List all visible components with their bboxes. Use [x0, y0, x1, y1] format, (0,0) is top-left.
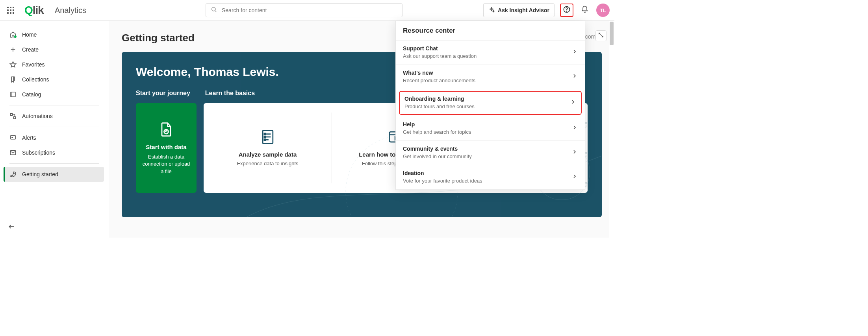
svg-point-3 [566, 11, 567, 11]
card-title: Analyze sample data [239, 151, 297, 158]
scrollbar-thumb[interactable] [610, 22, 614, 45]
resource-item-title: Support Chat [403, 45, 571, 52]
user-avatar[interactable]: TL [596, 4, 610, 17]
resource-center-popover: Resource center Support Chat Ask our sup… [395, 21, 585, 190]
bell-icon [581, 6, 589, 15]
svg-rect-29 [264, 139, 265, 141]
catalog-icon [9, 91, 17, 98]
search-input[interactable] [221, 7, 397, 14]
resource-item-desc: Ask our support team a question [403, 53, 571, 59]
chevron-right-icon [571, 173, 578, 181]
resource-item-desc: Product tours and free courses [404, 103, 570, 109]
plus-icon [9, 46, 17, 53]
sidebar-divider [9, 127, 99, 127]
sidebar-item-home[interactable]: Home [5, 27, 104, 42]
resource-center-title: Resource center [396, 21, 585, 41]
rocket-icon [9, 171, 17, 178]
chevron-right-icon [570, 99, 576, 107]
resource-item-ideation[interactable]: Ideation Vote for your favorite product … [396, 165, 585, 190]
help-button[interactable] [560, 4, 573, 17]
sidebar-item-label: Favorites [22, 61, 45, 68]
resource-item-title: Onboarding & learning [404, 96, 570, 102]
chevron-right-icon [571, 149, 578, 157]
svg-line-17 [599, 33, 601, 35]
notifications-button[interactable] [579, 4, 591, 16]
chevron-right-icon [571, 48, 578, 56]
expand-button[interactable] [595, 30, 606, 41]
sidebar-item-collections[interactable]: Collections [5, 72, 104, 87]
mail-icon [9, 149, 17, 156]
collapse-sidebar-button[interactable] [8, 223, 16, 232]
sidebar-item-label: Subscriptions [22, 150, 55, 156]
resource-item-desc: Vote for your favorite product ideas [403, 178, 571, 184]
sidebar-item-label: Collections [22, 76, 49, 83]
app-header: Qlik Analytics Ask Insight Advisor TL [0, 0, 614, 21]
card-desc: Experience data to insights [237, 160, 298, 167]
resource-item-community[interactable]: Community & events Get involved in our c… [396, 141, 585, 165]
scrollbar-track[interactable] [609, 21, 614, 238]
sidebar-item-favorites[interactable]: Favorites [5, 57, 104, 72]
sidebar: Home Create Favorites Collections Catalo… [0, 21, 109, 238]
sidebar-item-label: Home [22, 31, 37, 38]
sparkle-icon [488, 7, 495, 14]
resource-item-title: Community & events [403, 146, 571, 152]
svg-marker-6 [10, 62, 16, 67]
svg-rect-27 [264, 133, 265, 135]
resource-item-title: Ideation [403, 170, 571, 176]
product-name: Analytics [55, 6, 86, 15]
ask-insight-advisor-button[interactable]: Ask Insight Advisor [483, 3, 555, 17]
resource-item-desc: Recent product announcements [403, 78, 571, 83]
sidebar-item-label: Create [22, 46, 39, 53]
resource-item-title: Help [403, 121, 571, 127]
svg-rect-28 [264, 137, 265, 138]
resource-item-desc: Get help and search for topics [403, 129, 571, 135]
chevron-right-icon [571, 124, 578, 132]
sidebar-item-getting-started[interactable]: Getting started [4, 167, 104, 182]
sidebar-divider [9, 163, 99, 164]
sidebar-item-alerts[interactable]: Alerts [5, 130, 104, 145]
chevron-right-icon [571, 73, 578, 81]
svg-point-0 [212, 7, 215, 11]
home-icon [9, 31, 17, 38]
apps-launcher-icon[interactable] [5, 4, 17, 16]
star-icon [9, 61, 17, 68]
resource-item-support-chat[interactable]: Support Chat Ask our support team a ques… [396, 41, 585, 65]
sidebar-item-automations[interactable]: Automations [5, 109, 104, 124]
svg-rect-9 [10, 113, 12, 115]
svg-rect-7 [11, 92, 15, 97]
card-analyze-sample[interactable]: Analyze sample data Experience data to i… [204, 103, 332, 193]
sidebar-divider [9, 105, 99, 105]
sidebar-item-label: Alerts [22, 135, 36, 141]
alerts-icon [9, 134, 17, 141]
help-icon [563, 6, 571, 15]
svg-rect-10 [14, 117, 16, 119]
resource-item-title: What's new [403, 70, 571, 76]
sidebar-item-label: Getting started [22, 171, 58, 177]
search-bar[interactable] [206, 3, 402, 17]
resource-item-onboarding[interactable]: Onboarding & learning Product tours and … [399, 91, 582, 115]
qlik-logo: Qlik [24, 4, 44, 17]
resource-item-desc: Get involved in our community [403, 153, 571, 159]
resource-item-whats-new[interactable]: What's new Recent product announcements [396, 65, 585, 89]
expand-icon [598, 32, 604, 39]
automations-icon [9, 113, 17, 120]
sidebar-item-subscriptions[interactable]: Subscriptions [5, 145, 104, 160]
svg-line-18 [601, 35, 603, 37]
search-icon [211, 6, 217, 14]
svg-point-14 [13, 173, 14, 174]
sidebar-item-label: Automations [22, 113, 53, 119]
svg-line-1 [215, 11, 216, 12]
ask-insight-label: Ask Insight Advisor [498, 7, 549, 13]
resource-item-help[interactable]: Help Get help and search for topics [396, 116, 585, 141]
bookmark-icon [9, 76, 17, 83]
sidebar-item-catalog[interactable]: Catalog [5, 87, 104, 102]
document-list-icon [259, 128, 276, 151]
sidebar-item-label: Catalog [22, 91, 41, 98]
sidebar-item-create[interactable]: Create [5, 42, 104, 57]
